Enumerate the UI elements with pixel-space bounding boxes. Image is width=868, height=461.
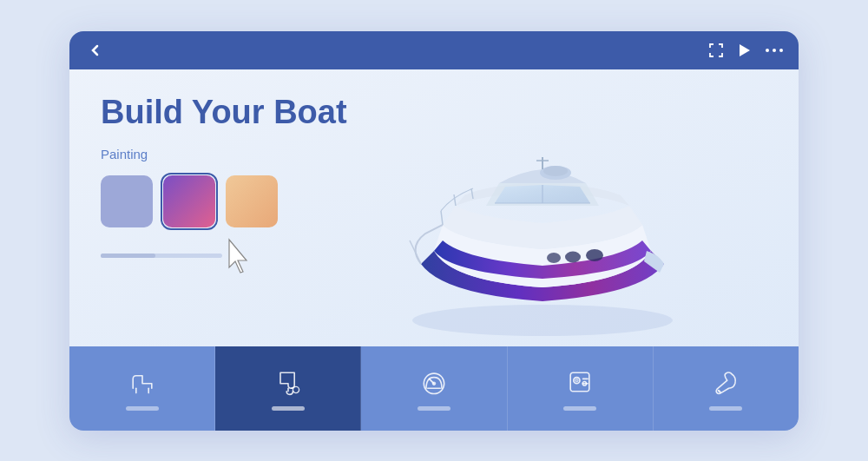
- svg-marker-0: [740, 44, 750, 56]
- svg-point-12: [565, 251, 581, 262]
- controls-icon: [564, 366, 595, 398]
- svg-line-21: [291, 387, 293, 388]
- progress-bar-fill: [101, 254, 155, 258]
- painting-label: Painting: [101, 147, 292, 161]
- svg-line-7: [410, 240, 421, 264]
- top-bar-right: [708, 43, 785, 58]
- paint-label: [272, 406, 305, 411]
- bottom-toolbar: [69, 346, 799, 431]
- swatch-peach[interactable]: [226, 175, 278, 227]
- tool-paint-button[interactable]: [215, 346, 361, 431]
- top-bar: [69, 31, 799, 69]
- dashboard-label: [418, 406, 450, 411]
- controls-label: [563, 406, 596, 411]
- page-title: Build Your Boat: [101, 94, 767, 131]
- dashboard-icon: [418, 366, 450, 398]
- boat-svg: [373, 147, 703, 338]
- seat-label: [126, 406, 159, 411]
- back-button[interactable]: [83, 38, 108, 63]
- svg-point-27: [575, 379, 579, 382]
- seat-icon: [127, 366, 158, 398]
- svg-point-3: [779, 49, 783, 52]
- svg-line-9: [454, 194, 456, 206]
- tool-dashboard-button[interactable]: [361, 346, 507, 431]
- svg-point-15: [543, 166, 568, 176]
- paint-icon: [273, 366, 304, 398]
- left-panel: Painting: [101, 147, 292, 258]
- color-swatches: [101, 175, 292, 227]
- tool-wrench-button[interactable]: [654, 346, 799, 431]
- tool-seat-button[interactable]: [69, 346, 215, 431]
- top-bar-left: [83, 38, 108, 63]
- swatch-purple-gradient[interactable]: [163, 175, 215, 227]
- tool-controls-button[interactable]: [508, 346, 654, 431]
- svg-line-31: [719, 390, 720, 392]
- progress-bar: [101, 254, 222, 258]
- svg-point-1: [766, 49, 769, 52]
- cursor-overlay: [226, 238, 257, 276]
- svg-point-11: [586, 249, 603, 261]
- app-window: Build Your Boat Painting: [69, 31, 799, 431]
- fullscreen-icon[interactable]: [708, 43, 724, 58]
- svg-line-8: [441, 211, 443, 225]
- svg-point-24: [432, 382, 436, 385]
- more-menu-icon[interactable]: [764, 43, 785, 58]
- svg-point-4: [412, 305, 673, 336]
- svg-point-13: [547, 253, 561, 263]
- wrench-icon: [710, 366, 741, 398]
- boat-area: [309, 147, 767, 338]
- swatch-lavender[interactable]: [101, 175, 153, 227]
- play-icon[interactable]: [736, 43, 752, 58]
- content-row: Painting: [101, 147, 767, 338]
- svg-point-2: [773, 49, 776, 52]
- wrench-label: [709, 406, 742, 411]
- main-content: Build Your Boat Painting: [69, 69, 799, 338]
